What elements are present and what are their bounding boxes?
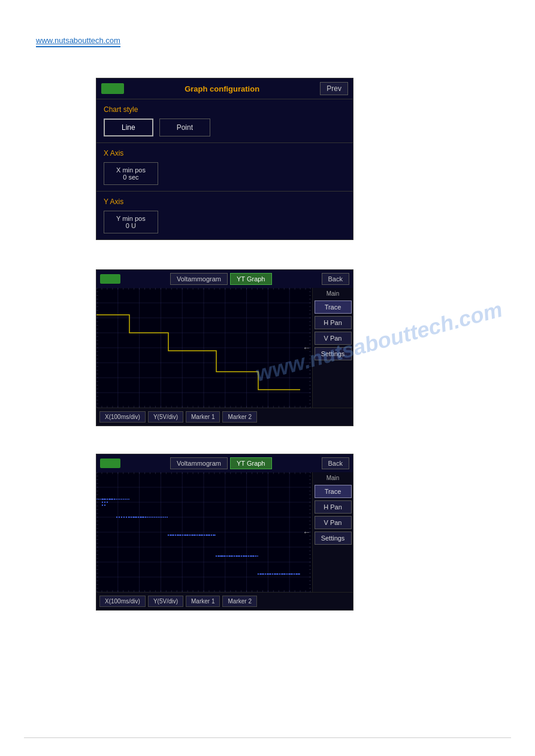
panel1-title: Graph configuration [124, 84, 320, 93]
panel3-green-indicator [100, 459, 120, 468]
panel3-xscale[interactable]: X(100ms/div) [99, 596, 146, 607]
panel3-marker1[interactable]: Marker 1 [186, 596, 220, 607]
panel2-tabs: Voltammogram YT Graph [170, 273, 271, 285]
panel2-right-panel: Main Trace H Pan V Pan Settings [312, 288, 353, 408]
back-button-2[interactable]: Back [322, 457, 349, 469]
panel2-header: Voltammogram YT Graph Back [96, 270, 353, 288]
panel2-main-label: Main [327, 290, 340, 297]
x-min-pos-line1: X min pos [116, 166, 146, 174]
back-button-1[interactable]: Back [322, 273, 349, 285]
prev-button[interactable]: Prev [320, 82, 348, 95]
yt-graph-panel-2: Voltammogram YT Graph Back ← Main Trace … [96, 454, 353, 611]
y-min-pos-button[interactable]: Y min pos 0 U [104, 211, 158, 233]
panel2-settings-button[interactable]: Settings [315, 347, 352, 360]
x-min-pos-line2: 0 sec [116, 174, 146, 181]
line-button[interactable]: Line [104, 119, 153, 136]
panel3-tabs: Voltammogram YT Graph [170, 457, 271, 469]
bottom-rule [24, 737, 511, 738]
yt-graph-tab-2[interactable]: YT Graph [230, 457, 272, 469]
chart-style-label: Chart style [104, 105, 346, 114]
voltammogram-tab-2[interactable]: Voltammogram [170, 457, 228, 469]
panel3-right-panel: Main Trace H Pan V Pan Settings [312, 472, 353, 592]
panel3-arrow: ← [303, 527, 311, 537]
panel3-marker2[interactable]: Marker 2 [222, 596, 256, 607]
y-axis-label: Y Axis [104, 198, 346, 206]
panel3-settings-button[interactable]: Settings [315, 532, 352, 545]
chart-style-section: Chart style Line Point [96, 99, 353, 142]
panel2-canvas[interactable]: ← [96, 288, 312, 408]
panel1-header: Graph configuration Prev [96, 78, 353, 99]
x-axis-label: X Axis [104, 149, 346, 157]
panel2-body: ← Main Trace H Pan V Pan Settings [96, 288, 353, 408]
panel3-yscale[interactable]: Y(5V/div) [148, 596, 183, 607]
panel3-header: Voltammogram YT Graph Back [96, 454, 353, 472]
panel2-vpan-button[interactable]: V Pan [315, 332, 352, 345]
point-button[interactable]: Point [159, 119, 210, 136]
green-indicator [101, 83, 124, 94]
panel3-trace-button[interactable]: Trace [315, 485, 352, 498]
top-link[interactable]: www.nutsabouttech.com [36, 36, 120, 47]
panel2-marker2[interactable]: Marker 2 [222, 411, 256, 423]
panel2-yscale[interactable]: Y(5V/div) [148, 411, 183, 423]
x-axis-section: X Axis X min pos 0 sec [96, 142, 353, 191]
panel2-hpan-button[interactable]: H Pan [315, 316, 352, 329]
panel2-trace-button[interactable]: Trace [315, 300, 352, 314]
y-min-pos-line2: 0 U [116, 222, 146, 229]
panel2-green-indicator [100, 274, 120, 284]
voltammogram-tab-1[interactable]: Voltammogram [170, 273, 228, 285]
panel2-xscale[interactable]: X(100ms/div) [99, 411, 146, 423]
y-min-pos-line1: Y min pos [116, 215, 146, 222]
panel3-hpan-button[interactable]: H Pan [315, 500, 352, 514]
panel3-canvas[interactable]: ← [96, 472, 312, 592]
y-axis-section: Y Axis Y min pos 0 U [96, 191, 353, 239]
panel2-footer: X(100ms/div) Y(5V/div) Marker 1 Marker 2 [96, 408, 353, 426]
panel3-vpan-button[interactable]: V Pan [315, 516, 352, 529]
x-min-pos-button[interactable]: X min pos 0 sec [104, 162, 158, 185]
yt-graph-panel-1: Voltammogram YT Graph Back ← Main Trace … [96, 269, 353, 426]
yt-graph-tab-1[interactable]: YT Graph [230, 273, 272, 285]
panel2-arrow: ← [303, 343, 311, 353]
chart-style-buttons: Line Point [104, 119, 346, 136]
graph-config-panel: Graph configuration Prev Chart style Lin… [96, 78, 353, 240]
panel3-body: ← Main Trace H Pan V Pan Settings [96, 472, 353, 592]
panel3-footer: X(100ms/div) Y(5V/div) Marker 1 Marker 2 [96, 592, 353, 610]
panel3-main-label: Main [327, 475, 340, 481]
panel2-marker1[interactable]: Marker 1 [186, 411, 220, 423]
